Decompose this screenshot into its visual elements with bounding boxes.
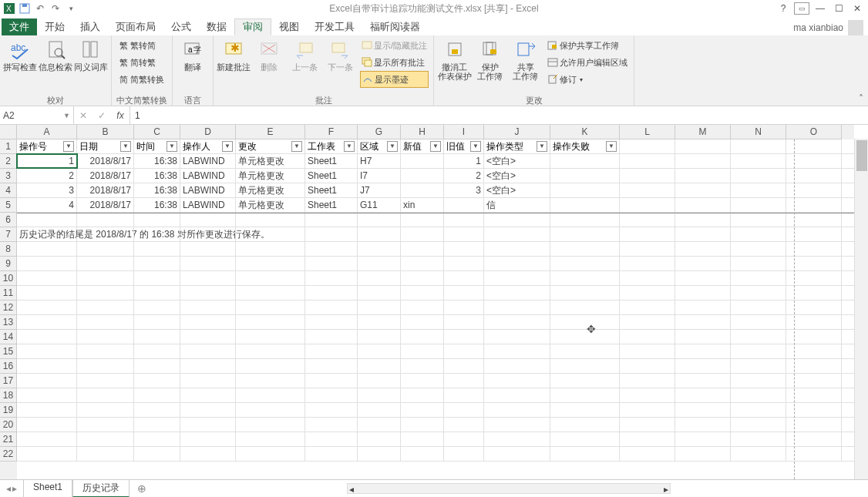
cell-J22[interactable]	[484, 447, 550, 461]
research-button[interactable]: 信息检索	[40, 37, 71, 72]
cell-C21[interactable]	[134, 432, 180, 446]
cell-D15[interactable]	[180, 344, 236, 358]
cell-G17[interactable]	[358, 374, 401, 388]
cell-H13[interactable]	[401, 315, 444, 329]
cell-H10[interactable]	[401, 271, 444, 285]
cell-I14[interactable]	[444, 330, 484, 344]
tab-公式[interactable]: 公式	[163, 18, 199, 35]
cell-I21[interactable]	[444, 432, 484, 446]
row-header-10[interactable]: 10	[0, 271, 17, 286]
simp-to-trad-button[interactable]: 繁 简转繁	[118, 54, 166, 71]
cell-A3[interactable]: 2	[17, 169, 77, 183]
cell-C8[interactable]	[134, 242, 180, 256]
cell-F11[interactable]	[305, 286, 358, 300]
cell-G16[interactable]	[358, 359, 401, 373]
cell-J3[interactable]: <空白>	[484, 169, 550, 183]
sheet-nav-buttons[interactable]: ◂▸	[0, 483, 23, 494]
cell-C20[interactable]	[134, 418, 180, 432]
cell-O1[interactable]	[786, 139, 842, 153]
cell-N1[interactable]	[731, 139, 786, 153]
sheet-tab-Sheet1[interactable]: Sheet1	[23, 480, 72, 498]
cell-C3[interactable]: 16:38	[134, 169, 180, 183]
cell-F7[interactable]	[305, 227, 358, 241]
row-header-1[interactable]: 1	[0, 139, 17, 154]
cell-A22[interactable]	[17, 447, 77, 461]
cell-O11[interactable]	[786, 286, 842, 300]
col-header-A[interactable]: A	[17, 125, 77, 139]
cell-H3[interactable]	[401, 169, 444, 183]
cell-D11[interactable]	[180, 286, 236, 300]
cell-G15[interactable]	[358, 344, 401, 358]
cell-A13[interactable]	[17, 315, 77, 329]
cell-F15[interactable]	[305, 344, 358, 358]
cell-C13[interactable]	[134, 315, 180, 329]
cell-D16[interactable]	[180, 359, 236, 373]
col-header-C[interactable]: C	[134, 125, 180, 139]
cell-B10[interactable]	[77, 271, 134, 285]
cell-E3[interactable]: 单元格更改	[236, 169, 305, 183]
cell-C18[interactable]	[134, 388, 180, 402]
cell-F13[interactable]	[305, 315, 358, 329]
cell-G6[interactable]	[358, 213, 401, 227]
cell-C11[interactable]	[134, 286, 180, 300]
row-header-22[interactable]: 22	[0, 447, 17, 462]
vertical-scrollbar[interactable]	[854, 139, 868, 479]
cell-N8[interactable]	[731, 242, 786, 256]
cell-A20[interactable]	[17, 418, 77, 432]
cell-D3[interactable]: LABWIND	[180, 169, 236, 183]
cell-E16[interactable]	[236, 359, 305, 373]
cell-L5[interactable]	[620, 198, 675, 212]
cell-O3[interactable]	[786, 169, 842, 183]
cell-C4[interactable]: 16:38	[134, 183, 180, 197]
cell-C5[interactable]: 16:38	[134, 198, 180, 212]
cell-O2[interactable]	[786, 154, 842, 168]
cell-I3[interactable]: 2	[444, 169, 484, 183]
cell-M18[interactable]	[675, 388, 731, 402]
col-header-N[interactable]: N	[731, 125, 786, 139]
cell-O4[interactable]	[786, 183, 842, 197]
cell-I5[interactable]	[444, 198, 484, 212]
horizontal-scrollbar[interactable]: ◂▸	[150, 483, 868, 494]
col-header-E[interactable]: E	[236, 125, 305, 139]
spellcheck-button[interactable]: abc拼写检查	[5, 37, 35, 72]
row-header-7[interactable]: 7	[0, 227, 17, 242]
cell-A21[interactable]	[17, 432, 77, 446]
cell-A5[interactable]: 4	[17, 198, 77, 212]
cell-A17[interactable]	[17, 374, 77, 388]
user-account[interactable]: ma xianbiao	[793, 20, 868, 35]
cell-K22[interactable]	[550, 447, 620, 461]
cell-J15[interactable]	[484, 344, 550, 358]
cell-L13[interactable]	[620, 315, 675, 329]
cell-F2[interactable]: Sheet1	[305, 154, 358, 168]
cell-A19[interactable]	[17, 403, 77, 417]
cell-B15[interactable]	[77, 344, 134, 358]
protect-workbook-button[interactable]: 保护 工作簿	[475, 37, 506, 81]
cell-L19[interactable]	[620, 403, 675, 417]
cell-D10[interactable]	[180, 271, 236, 285]
cell-H18[interactable]	[401, 388, 444, 402]
cell-H19[interactable]	[401, 403, 444, 417]
cell-E19[interactable]	[236, 403, 305, 417]
cell-I15[interactable]	[444, 344, 484, 358]
cell-O22[interactable]	[786, 447, 842, 461]
cell-E22[interactable]	[236, 447, 305, 461]
cell-F18[interactable]	[305, 388, 358, 402]
cell-E8[interactable]	[236, 242, 305, 256]
cell-N6[interactable]	[731, 213, 786, 227]
cell-A1[interactable]: 操作号▼	[17, 139, 77, 153]
cell-A10[interactable]	[17, 271, 77, 285]
cell-N10[interactable]	[731, 271, 786, 285]
cell-N17[interactable]	[731, 374, 786, 388]
cell-F8[interactable]	[305, 242, 358, 256]
cell-B8[interactable]	[77, 242, 134, 256]
cell-K7[interactable]	[550, 227, 620, 241]
cell-K16[interactable]	[550, 359, 620, 373]
cell-G22[interactable]	[358, 447, 401, 461]
cell-O8[interactable]	[786, 242, 842, 256]
row-header-4[interactable]: 4	[0, 183, 17, 198]
cell-J4[interactable]: <空白>	[484, 183, 550, 197]
cell-I6[interactable]	[444, 213, 484, 227]
cell-O10[interactable]	[786, 271, 842, 285]
cell-N22[interactable]	[731, 447, 786, 461]
cell-I22[interactable]	[444, 447, 484, 461]
